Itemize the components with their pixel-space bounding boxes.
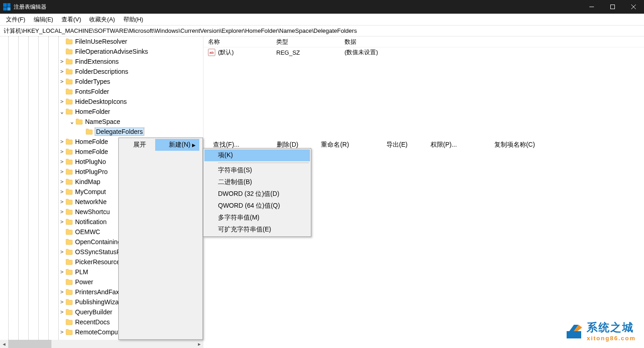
tree-node-label[interactable]: RecentDocs xyxy=(75,318,110,326)
tree-node-label[interactable]: DelegateFolders xyxy=(95,128,144,135)
tree-node[interactable]: FileInUseResolver xyxy=(0,36,203,46)
tree-node-label[interactable]: PLM xyxy=(75,268,88,276)
expander-icon[interactable]: > xyxy=(58,289,66,295)
list-row[interactable]: ab(默认)REG_SZ(数值未设置) xyxy=(203,47,644,57)
tree-node-label[interactable]: KindMap xyxy=(75,178,100,185)
tree-node-label[interactable]: HomeFolde xyxy=(75,148,108,155)
col-data[interactable]: 数据 xyxy=(340,38,644,46)
folder-icon xyxy=(66,329,73,335)
tree-node[interactable]: ⌄HomeFolder xyxy=(0,107,203,117)
expander-icon[interactable]: > xyxy=(58,249,66,255)
menu-item[interactable]: 帮助(H) xyxy=(119,14,147,25)
tree-node[interactable]: >FindExtensions xyxy=(0,56,203,67)
expander-icon[interactable]: > xyxy=(58,68,66,75)
tree-node[interactable]: FontsFolder xyxy=(0,87,203,97)
context-item[interactable]: 展开 xyxy=(120,139,155,151)
context-item[interactable]: 复制项名称(C) xyxy=(481,139,544,151)
expander-icon[interactable]: > xyxy=(58,329,66,335)
expander-icon[interactable]: > xyxy=(58,189,66,195)
scroll-track[interactable] xyxy=(8,340,195,348)
tree-node-label[interactable]: NewShortcu xyxy=(75,208,110,215)
menu-item[interactable]: 文件(F) xyxy=(2,14,30,25)
scroll-right-button[interactable]: ► xyxy=(195,340,203,348)
tree-node-label[interactable]: FontsFolder xyxy=(75,88,109,95)
folder-icon xyxy=(66,269,73,275)
col-type[interactable]: 类型 xyxy=(272,38,340,46)
tree-node-label[interactable]: FindExtensions xyxy=(75,58,119,65)
menu-item[interactable]: 查看(V) xyxy=(57,14,85,25)
expander-icon[interactable]: > xyxy=(58,169,66,175)
tree-node-label[interactable]: NetworkNe xyxy=(75,198,106,205)
tree-node-label[interactable]: FileInUseResolver xyxy=(75,38,127,45)
expander-icon[interactable]: ⌄ xyxy=(68,118,76,125)
context-item[interactable]: 字符串值(S) xyxy=(204,164,310,176)
folder-icon xyxy=(66,169,73,175)
tree-node[interactable]: ⌄NameSpace xyxy=(0,117,203,127)
tree-node-label[interactable]: HomeFolder xyxy=(75,108,110,115)
context-item[interactable]: 重命名(R) xyxy=(307,139,358,151)
context-item[interactable]: 新建(N)▶ xyxy=(155,139,199,151)
tree-node-label[interactable]: HotPlugNo xyxy=(75,158,106,165)
tree-node-label[interactable]: NameSpace xyxy=(85,118,120,125)
tree-node[interactable]: >FolderDescriptions xyxy=(0,67,203,77)
tree-node-label[interactable]: PickerResources xyxy=(75,258,123,266)
expander-icon[interactable]: > xyxy=(58,98,66,105)
tree-node-label[interactable]: MyComput xyxy=(75,188,106,195)
expander-icon[interactable]: > xyxy=(58,148,66,155)
tree-node[interactable]: FileOperationAdviseSinks xyxy=(0,46,203,56)
scroll-left-button[interactable]: ◄ xyxy=(0,340,8,348)
cell-name[interactable]: ab(默认) xyxy=(203,48,272,56)
tree-node-label[interactable]: OEMWC xyxy=(75,228,100,235)
context-menu[interactable]: 展开新建(N)▶查找(F)...删除(D)重命名(R)导出(E)权限(P)...… xyxy=(118,138,203,340)
expander-icon[interactable]: > xyxy=(58,179,66,185)
context-item[interactable]: 权限(P)... xyxy=(417,139,466,151)
expander-icon[interactable]: > xyxy=(58,138,66,145)
expander-icon[interactable]: > xyxy=(58,219,66,225)
tree-node-label[interactable]: HotPlugPro xyxy=(75,168,108,175)
context-item[interactable]: 项(K) xyxy=(204,149,310,161)
menu-item[interactable]: 收藏夹(A) xyxy=(85,14,119,25)
tree-node-label[interactable]: PublishingWizard xyxy=(75,298,124,306)
folder-icon xyxy=(66,48,73,55)
context-item[interactable]: QWORD (64 位)值(Q) xyxy=(204,200,310,212)
tree-node[interactable]: DelegateFolders xyxy=(0,127,203,137)
col-name[interactable]: 名称 xyxy=(203,38,272,46)
minimize-button[interactable] xyxy=(581,0,602,14)
tree-node-label[interactable]: FolderDescriptions xyxy=(75,68,128,75)
expander-icon[interactable]: > xyxy=(58,269,66,275)
tree-hscroll[interactable]: ◄ ► xyxy=(0,340,203,348)
expander-icon[interactable]: ⌄ xyxy=(58,108,66,115)
tree-node-label[interactable]: FileOperationAdviseSinks xyxy=(75,48,148,55)
tree-node-label[interactable]: HideDesktopIcons xyxy=(75,98,127,105)
expander-icon[interactable]: > xyxy=(58,159,66,165)
context-item[interactable]: 多字符串值(M) xyxy=(204,212,310,224)
expander-icon[interactable]: > xyxy=(58,309,66,315)
tree-node-label[interactable]: RemoteComputer xyxy=(75,328,126,336)
expander-icon[interactable]: > xyxy=(58,299,66,305)
tree-node-label[interactable]: Notification xyxy=(75,218,106,225)
context-item[interactable]: DWORD (32 位)值(D) xyxy=(204,188,310,200)
context-item[interactable]: 导出(E) xyxy=(373,139,417,151)
folder-icon xyxy=(66,209,73,215)
watermark-icon xyxy=(565,322,583,340)
tree-node[interactable]: >HideDesktopIcons xyxy=(0,97,203,107)
tree-node-label[interactable]: FolderTypes xyxy=(75,78,110,85)
scroll-thumb[interactable] xyxy=(8,340,51,348)
menu-item[interactable]: 编辑(E) xyxy=(30,14,57,25)
address-bar[interactable]: 计算机\HKEY_LOCAL_MACHINE\SOFTWARE\Microsof… xyxy=(0,26,644,36)
expander-icon[interactable]: > xyxy=(58,199,66,205)
tree-node-label[interactable]: Power xyxy=(75,278,93,286)
expander-icon[interactable]: > xyxy=(58,209,66,215)
expander-icon[interactable]: > xyxy=(58,58,66,65)
expander-icon[interactable]: > xyxy=(58,78,66,85)
tree-node[interactable]: >FolderTypes xyxy=(0,77,203,87)
close-button[interactable] xyxy=(623,0,644,14)
list-header[interactable]: 名称 类型 数据 xyxy=(203,36,644,47)
tree-node-label[interactable]: QueryBuilder xyxy=(75,308,112,316)
folder-icon xyxy=(86,128,93,135)
context-item[interactable]: 可扩充字符串值(E) xyxy=(204,224,310,235)
maximize-button[interactable] xyxy=(602,0,623,14)
context-item[interactable]: 二进制值(B) xyxy=(204,176,310,188)
context-submenu-new[interactable]: 项(K)字符串值(S)二进制值(B)DWORD (32 位)值(D)QWORD … xyxy=(203,148,311,237)
tree-node-label[interactable]: HomeFolde xyxy=(75,138,108,145)
